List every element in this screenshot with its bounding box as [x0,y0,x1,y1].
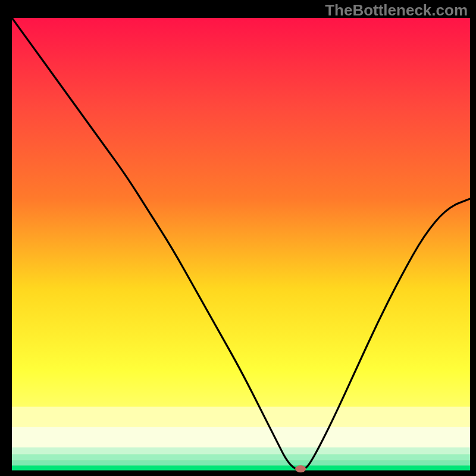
color-band [12,460,470,466]
color-band [12,407,470,428]
optimal-marker [295,465,306,472]
color-band [12,454,470,460]
watermark-text: TheBottleneck.com [325,1,468,20]
color-band [12,465,470,470]
color-band [12,447,470,455]
chart-container: { "watermark": "TheBottleneck.com", "cha… [0,0,476,476]
color-band [12,427,470,448]
gradient-background [12,18,470,470]
bottleneck-chart [0,0,476,476]
